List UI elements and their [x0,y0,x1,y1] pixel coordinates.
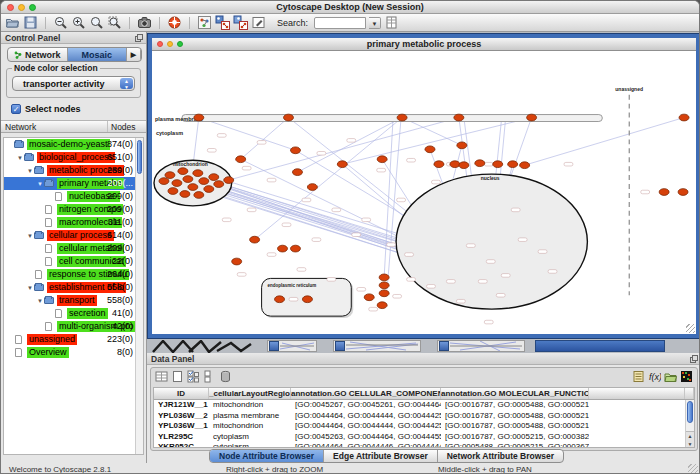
delete-attribute-icon[interactable] [219,370,232,383]
network-edge[interactable] [241,118,289,160]
zoom-selected-icon[interactable] [107,15,122,30]
annotation-icon[interactable] [251,15,266,30]
open-file-icon[interactable] [5,15,20,30]
network-node[interactable] [284,114,294,121]
network-node[interactable] [527,114,537,121]
table-cell[interactable]: cytoplasm [209,432,291,443]
tree-row[interactable]: ▼metabolic process280(0) [4,164,143,177]
tree-row[interactable]: response to stimulu264(0) [4,268,143,281]
network-node[interactable] [397,114,407,121]
plasma-membrane-region[interactable] [182,115,602,122]
tree-row[interactable]: ▼transport558(0) [4,294,143,307]
zoom-out-icon[interactable] [53,15,68,30]
network-node[interactable] [379,274,389,281]
layout-map-1-icon[interactable] [215,15,230,30]
tree-row[interactable]: cellular metabol209(0) [4,242,143,255]
table-cell[interactable]: YPL036W__1 [154,421,209,432]
table-cell[interactable]: [GO:0016787, GO:0005488, GO:0005215, G..… [441,421,589,432]
layout-map-2-icon[interactable] [233,15,248,30]
network-node[interactable] [678,189,688,196]
network-node[interactable] [290,245,300,252]
network-node[interactable] [168,188,178,195]
network-node[interactable] [302,296,312,303]
table-row[interactable]: YPL036W__1mitochondrion[GO:0044464, GO:0… [154,421,694,432]
import-attributes-folder-icon[interactable] [664,370,677,383]
network-node[interactable] [337,161,347,168]
tab-mosaic[interactable]: Mosaic [68,48,128,61]
network-node[interactable] [493,161,503,168]
notes-icon[interactable] [632,370,645,383]
network-node[interactable] [434,161,444,168]
network-edge[interactable] [384,118,393,278]
column-network[interactable]: Network [1,121,108,132]
network-node[interactable] [454,114,464,121]
col-region[interactable]: _cellularLayoutRegion [209,388,291,399]
network-node[interactable] [307,184,317,191]
zoom-in-icon[interactable] [71,15,86,30]
network-overview-icon[interactable] [197,15,212,30]
network-node[interactable] [475,160,485,167]
tab-network-attribute-browser[interactable]: Network Attribute Browser [438,450,563,462]
save-icon[interactable] [23,15,38,30]
help-lifebuoy-icon[interactable] [167,15,182,30]
table-cell[interactable]: [GO:0016787, GO:0005488, GO:0005215, G..… [441,411,589,422]
tree-row[interactable]: secretion41(0) [4,307,143,320]
network-node[interactable] [379,282,389,289]
tree-row[interactable]: mosaic-demo-yeast874(0) [4,138,143,151]
network-node[interactable] [194,114,204,121]
search-dropdown-arrow-icon[interactable]: ▼ [369,17,381,29]
minimized-window-3[interactable] [437,340,525,352]
tree-row[interactable]: nitrogen compo209(0) [4,203,143,216]
node-color-dropdown[interactable]: transporter activity ▲▼ [12,76,135,91]
network-node[interactable] [209,174,219,181]
network-node[interactable] [379,290,389,297]
network-node[interactable] [377,156,387,163]
network-node[interactable] [178,168,188,175]
network-edge[interactable] [387,118,401,290]
network-canvas[interactable]: plasma membrane cytoplasm mitochondrion … [152,51,696,334]
tab-overflow-arrow-icon[interactable]: ▶ [127,48,141,61]
network-node[interactable] [165,172,175,179]
tree-expander-icon[interactable]: ▼ [16,155,24,161]
network-node[interactable] [232,258,242,265]
tree-scrollbar[interactable] [135,138,143,454]
network-node[interactable] [250,236,260,243]
table-cell[interactable]: [GO:0044464, GO:0044444, GO:0044425, G..… [291,411,441,422]
table-cell[interactable]: [GO:0016787, GO:0005488, GO:0005215, G..… [441,400,589,411]
float-panel-icon[interactable] [690,355,698,363]
tree-row[interactable]: Overview8(0) [4,346,143,359]
table-cell[interactable]: [GO:0005488, GO:0005215, GO:0003674] [441,442,589,448]
tree-row[interactable]: ▼cellular process614(0) [4,229,143,242]
table-cell[interactable]: YJR121W__1 [154,400,209,411]
network-edge[interactable] [199,118,296,151]
tab-network[interactable]: Network [8,48,68,61]
tree-scrollbar-thumb[interactable] [137,140,142,174]
network-node[interactable] [459,162,469,169]
network-window-titlebar[interactable]: primary metabolic process [152,38,696,51]
select-all-attributes-icon[interactable] [187,370,200,383]
tree-row[interactable]: multi-organism pro42(0) [4,320,143,333]
network-node[interactable] [199,178,209,185]
function-builder-icon[interactable]: f(x) [648,370,661,383]
table-cell[interactable]: [GO:0045263, GO:0044464, GO:0044455, G..… [291,432,441,443]
zoom-fit-icon[interactable] [89,15,104,30]
network-edge[interactable] [197,186,431,259]
network-node[interactable] [204,186,214,193]
network-node[interactable] [679,114,689,121]
network-node[interactable] [377,302,387,309]
tree-expander-icon[interactable]: ▼ [36,181,44,187]
table-cell[interactable]: mitochondrion [209,421,291,432]
table-row[interactable]: YLR295Ccytoplasm[GO:0045263, GO:0044464,… [154,432,694,443]
tree-expander-icon[interactable]: ▼ [26,168,34,174]
network-node[interactable] [290,147,300,154]
table-row[interactable]: YPL036W__2plasma membrane[GO:0044464, GO… [154,411,694,422]
network-node[interactable] [224,177,234,184]
network-node[interactable] [364,294,374,301]
network-node[interactable] [278,245,288,252]
tree-row[interactable]: macromolecule311(0) [4,216,143,229]
network-node[interactable] [236,156,246,163]
network-node[interactable] [214,181,224,188]
tree-row[interactable]: ▼primary metabo209(... [4,177,143,190]
tab-node-attribute-browser[interactable]: Node Attribute Browser [210,450,324,462]
matrix-heatmap-icon[interactable] [680,370,693,383]
